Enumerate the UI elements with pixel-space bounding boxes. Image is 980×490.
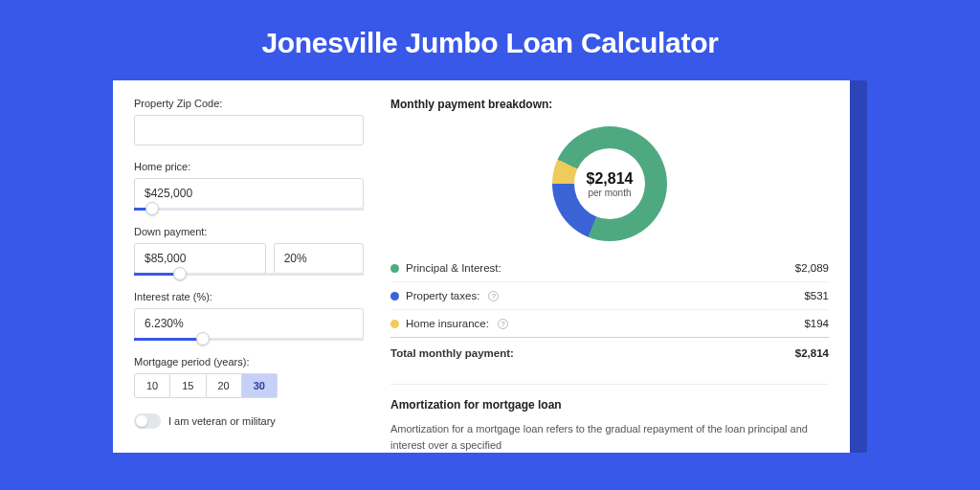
donut-sub: per month xyxy=(588,188,631,198)
down-label: Down payment: xyxy=(134,226,364,237)
amortization-text: Amortization for a mortgage loan refers … xyxy=(390,421,829,453)
rate-slider-fill xyxy=(134,338,203,341)
term-option-20[interactable]: 20 xyxy=(207,373,242,398)
zip-field-block: Property Zip Code: xyxy=(134,98,364,145)
line-item-1: Property taxes:?$531 xyxy=(390,281,829,309)
breakdown-column: Monthly payment breakdown: $2,814 per mo… xyxy=(390,98,829,453)
line-item-0: Principal & Interest:$2,089 xyxy=(390,255,829,281)
line-item-left: Property taxes:? xyxy=(390,290,499,301)
zip-label: Property Zip Code: xyxy=(134,98,364,109)
help-icon[interactable]: ? xyxy=(498,319,508,329)
rate-slider-thumb[interactable] xyxy=(196,332,210,345)
term-options: 10152030 xyxy=(134,373,364,398)
breakdown-title: Monthly payment breakdown: xyxy=(390,98,829,111)
term-label: Mortgage period (years): xyxy=(134,356,364,368)
price-field-block: Home price: xyxy=(134,161,364,211)
rate-label: Interest rate (%): xyxy=(134,291,364,302)
line-item-left: Principal & Interest: xyxy=(390,262,501,274)
legend-dot-icon xyxy=(390,320,399,328)
price-label: Home price: xyxy=(134,161,364,172)
line-item-label: Property taxes: xyxy=(406,290,479,301)
price-input[interactable] xyxy=(134,178,364,209)
line-item-label: Home insurance: xyxy=(406,318,489,329)
price-slider-thumb[interactable] xyxy=(145,202,159,215)
card-shadow: Property Zip Code: Home price: Down paym… xyxy=(113,80,867,453)
total-label: Total monthly payment: xyxy=(390,347,514,359)
veteran-toggle-knob xyxy=(136,415,147,427)
term-option-15[interactable]: 15 xyxy=(170,373,206,398)
inputs-column: Property Zip Code: Home price: Down paym… xyxy=(134,98,364,453)
page-title: Jonesville Jumbo Loan Calculator xyxy=(0,0,980,80)
amortization-block: Amortization for mortgage loan Amortizat… xyxy=(390,384,829,453)
term-option-10[interactable]: 10 xyxy=(134,373,170,398)
veteran-label: I am veteran or military xyxy=(168,415,276,427)
amortization-title: Amortization for mortgage loan xyxy=(390,398,829,412)
donut-amount: $2,814 xyxy=(587,170,634,188)
rate-slider[interactable] xyxy=(134,338,364,341)
down-slider[interactable] xyxy=(134,273,364,276)
line-item-value: $2,089 xyxy=(795,262,829,274)
donut-center: $2,814 per month xyxy=(574,148,645,219)
line-item-value: $531 xyxy=(804,290,829,301)
veteran-toggle[interactable] xyxy=(134,413,161,429)
down-percent-input[interactable] xyxy=(274,243,364,274)
line-items: Principal & Interest:$2,089Property taxe… xyxy=(390,255,829,337)
calculator-card: Property Zip Code: Home price: Down paym… xyxy=(113,80,850,453)
term-field-block: Mortgage period (years): 10152030 xyxy=(134,356,364,398)
down-field-block: Down payment: xyxy=(134,226,364,276)
line-item-value: $194 xyxy=(804,318,829,329)
veteran-toggle-row: I am veteran or military xyxy=(134,413,364,429)
term-option-30[interactable]: 30 xyxy=(242,373,278,398)
zip-input[interactable] xyxy=(134,115,364,145)
help-icon[interactable]: ? xyxy=(488,291,499,301)
rate-field-block: Interest rate (%): xyxy=(134,291,364,341)
down-amount-input[interactable] xyxy=(134,243,266,274)
total-row: Total monthly payment: $2,814 xyxy=(390,337,829,367)
payment-donut-chart: $2,814 per month xyxy=(552,126,667,241)
line-item-left: Home insurance:? xyxy=(390,318,508,329)
donut-wrap: $2,814 per month xyxy=(390,121,829,255)
total-value: $2,814 xyxy=(795,347,829,359)
rate-input[interactable] xyxy=(134,308,364,339)
price-slider[interactable] xyxy=(134,208,364,211)
down-slider-thumb[interactable] xyxy=(173,267,187,280)
legend-dot-icon xyxy=(390,292,399,301)
line-item-label: Principal & Interest: xyxy=(406,262,501,274)
legend-dot-icon xyxy=(390,264,399,273)
line-item-2: Home insurance:?$194 xyxy=(390,309,829,337)
